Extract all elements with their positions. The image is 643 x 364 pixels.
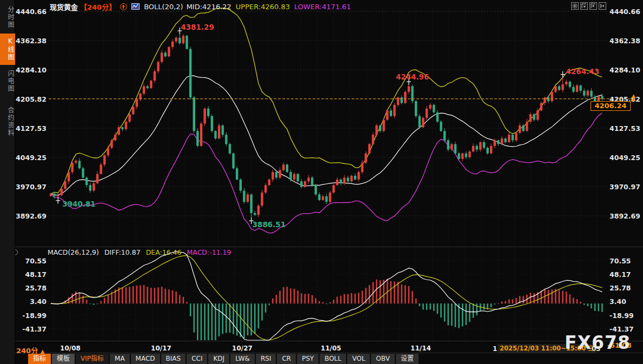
- price-axis-label: 4127.53: [609, 124, 640, 133]
- macd-indicator-label: MACD(26,12,9): [48, 248, 99, 256]
- indicator-toolbar: 指标模板VIP指标MAMACDBIASCCIKDJLW&RSICRPSYBOLL…: [28, 354, 419, 364]
- price-axis-label: 4127.53: [15, 124, 47, 133]
- macd-axis-label: 25.78: [15, 284, 47, 292]
- price-axis-label: 3892.69: [609, 212, 640, 220]
- toolbar-button-psy[interactable]: PSY: [297, 354, 319, 364]
- sidebar-item-lightning-chart[interactable]: 闪电图: [0, 66, 15, 96]
- toolbar-button-cci[interactable]: CCI: [187, 354, 207, 364]
- price-axis-label: 4049.25: [15, 154, 47, 162]
- x-axis-date-label: 11/14: [410, 345, 431, 352]
- price-axis-label: 4049.25: [609, 154, 640, 162]
- macd-header: MACD(26,12,9) DIFF:10.87 DEA:16.46 MACD:…: [48, 248, 231, 256]
- price-axis-label: 3970.97: [15, 183, 47, 191]
- macd-axis-label: -41.37: [15, 325, 47, 333]
- boll-lower-value: LOWER:4171.61: [294, 3, 351, 11]
- toolbar-button-设置[interactable]: 设置: [396, 354, 419, 364]
- main-chart[interactable]: 3940.814381.293886.514244.964264.43: [0, 0, 643, 364]
- toolbar-button-macd[interactable]: MACD: [131, 354, 160, 364]
- macd-macd-value: MACD:-11.19: [187, 248, 231, 256]
- x-axis-date-label: 10/08: [60, 345, 81, 352]
- macd-axis-label: 48.17: [15, 270, 47, 279]
- x-axis-date-label: 11/05: [321, 345, 341, 352]
- price-axis-label: 4440.66: [15, 8, 47, 16]
- price-axis-label: 3970.97: [609, 183, 640, 191]
- toolbar-button-obv[interactable]: OBV: [371, 354, 395, 364]
- period-label: 【240分】: [80, 2, 116, 12]
- app-window: 3940.814381.293886.514244.964264.43 分时图 …: [0, 0, 643, 364]
- toolbar-button-kdj[interactable]: KDJ: [208, 354, 229, 364]
- macd-axis-label: 25.78: [609, 284, 631, 292]
- fx678-watermark: FX678: [565, 332, 631, 353]
- sidebar-item-kline-chart[interactable]: K线图: [0, 34, 15, 65]
- toolbar-button-指标[interactable]: 指标: [28, 354, 51, 364]
- low-price-annotation: 3940.81: [62, 200, 96, 208]
- chart-thumbnail-icon[interactable]: [131, 3, 140, 10]
- sidebar-item-timeline-chart[interactable]: 分时图: [0, 2, 15, 32]
- macd-axis-label: 3.40: [609, 297, 626, 306]
- high-price-annotation: 4381.29: [181, 23, 214, 31]
- symbol-name: 现货黄金: [50, 2, 78, 12]
- toolbar-button-vol[interactable]: VOL: [347, 354, 370, 364]
- current-price-badge: 4206.24: [591, 101, 631, 111]
- compress-scale-icon[interactable]: [580, 2, 588, 10]
- price-axis-label: 4205.82: [15, 95, 47, 103]
- toolbar-button-模板[interactable]: 模板: [52, 354, 75, 364]
- high-price-annotation: 4244.96: [396, 72, 429, 81]
- xaxis-partial-label: 1: [493, 345, 497, 353]
- add-indicator-icon[interactable]: [120, 3, 127, 10]
- macd-axis-label: 70.55: [609, 257, 631, 265]
- toolbar-button-bias[interactable]: BIAS: [161, 354, 186, 364]
- high-price-annotation: 4264.43: [566, 67, 600, 76]
- chart-header: 现货黄金 【240分】 BOLL(20,2) MID:4216.22 UPPER…: [50, 2, 351, 11]
- expand-scale-icon[interactable]: [589, 2, 597, 10]
- macd-dea-value: DEA:16.46: [146, 248, 182, 256]
- toolbar-button-lw&[interactable]: LW&: [230, 354, 255, 364]
- macd-axis-label: 3.40: [15, 297, 47, 306]
- crosshair-tool-icon[interactable]: [571, 2, 579, 10]
- price-axis-label: 4362.38: [15, 37, 47, 45]
- toolbar-divider: [0, 353, 643, 353]
- pan-right-icon[interactable]: [599, 2, 606, 10]
- price-axis-label: 4362.38: [609, 37, 640, 45]
- boll-indicator-label: BOLL(20,2): [144, 3, 183, 11]
- price-axis-label: 4284.10: [609, 66, 640, 74]
- toolbar-button-rsi[interactable]: RSI: [256, 354, 276, 364]
- price-axis-label: 4440.66: [609, 8, 640, 16]
- boll-upper-value: UPPER:4260.83: [236, 3, 290, 11]
- x-axis-date-label: 10/17: [151, 345, 171, 352]
- macd-axis-label: 70.55: [15, 257, 47, 265]
- macd-diff-value: DIFF:10.87: [104, 248, 141, 256]
- x-axis-date-label: 10/27: [232, 345, 253, 352]
- toolbar-button-boll[interactable]: BOLL: [320, 354, 346, 364]
- boll-mid-value: MID:4216.22: [187, 3, 231, 11]
- chart-type-sidebar: 分时图 K线图 闪电图 合约资料: [0, 0, 15, 364]
- sidebar-item-contract-info[interactable]: 合约资料: [0, 103, 15, 141]
- panel-divider: [15, 247, 643, 247]
- low-price-annotation: 3886.51: [253, 220, 286, 229]
- toolbar-button-ma[interactable]: MA: [110, 354, 130, 364]
- chart-tools: [571, 2, 606, 10]
- macd-axis-label: 48.17: [609, 270, 631, 279]
- macd-axis-label: -18.99: [15, 312, 47, 320]
- toolbar-button-cr[interactable]: CR: [277, 354, 296, 364]
- toolbar-button-vip指标[interactable]: VIP指标: [76, 354, 109, 364]
- macd-axis-label: -18.99: [609, 312, 634, 320]
- price-axis-label: 3892.69: [15, 212, 47, 220]
- price-axis-label: 4284.10: [15, 66, 47, 74]
- jump-to-latest-icon[interactable]: ▲▲: [632, 94, 635, 101]
- xaxis-divider: [15, 341, 643, 341]
